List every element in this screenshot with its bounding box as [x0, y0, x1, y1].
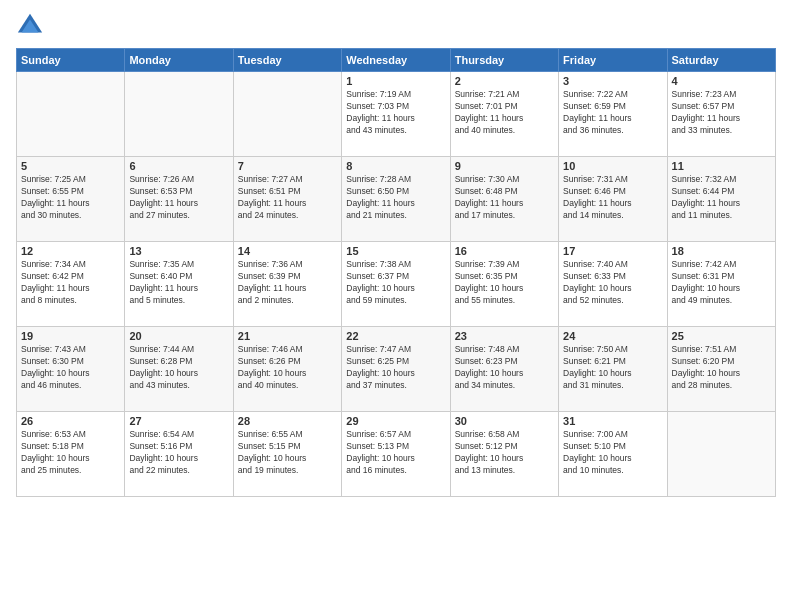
- day-info: Sunrise: 7:31 AM Sunset: 6:46 PM Dayligh…: [563, 174, 662, 222]
- day-info: Sunrise: 7:47 AM Sunset: 6:25 PM Dayligh…: [346, 344, 445, 392]
- calendar-week: 26Sunrise: 6:53 AM Sunset: 5:18 PM Dayli…: [17, 412, 776, 497]
- calendar-cell: 28Sunrise: 6:55 AM Sunset: 5:15 PM Dayli…: [233, 412, 341, 497]
- day-info: Sunrise: 6:58 AM Sunset: 5:12 PM Dayligh…: [455, 429, 554, 477]
- day-info: Sunrise: 7:36 AM Sunset: 6:39 PM Dayligh…: [238, 259, 337, 307]
- calendar-cell: 27Sunrise: 6:54 AM Sunset: 5:16 PM Dayli…: [125, 412, 233, 497]
- day-number: 28: [238, 415, 337, 427]
- day-number: 17: [563, 245, 662, 257]
- day-number: 10: [563, 160, 662, 172]
- weekday-header: Sunday: [17, 49, 125, 72]
- day-info: Sunrise: 7:22 AM Sunset: 6:59 PM Dayligh…: [563, 89, 662, 137]
- day-info: Sunrise: 7:32 AM Sunset: 6:44 PM Dayligh…: [672, 174, 771, 222]
- calendar-cell: 23Sunrise: 7:48 AM Sunset: 6:23 PM Dayli…: [450, 327, 558, 412]
- calendar-cell: [17, 72, 125, 157]
- day-info: Sunrise: 7:35 AM Sunset: 6:40 PM Dayligh…: [129, 259, 228, 307]
- calendar-cell: 9Sunrise: 7:30 AM Sunset: 6:48 PM Daylig…: [450, 157, 558, 242]
- day-number: 7: [238, 160, 337, 172]
- weekday-row: SundayMondayTuesdayWednesdayThursdayFrid…: [17, 49, 776, 72]
- calendar-cell: 20Sunrise: 7:44 AM Sunset: 6:28 PM Dayli…: [125, 327, 233, 412]
- logo-icon: [16, 12, 44, 40]
- day-number: 15: [346, 245, 445, 257]
- calendar-cell: 14Sunrise: 7:36 AM Sunset: 6:39 PM Dayli…: [233, 242, 341, 327]
- day-info: Sunrise: 7:19 AM Sunset: 7:03 PM Dayligh…: [346, 89, 445, 137]
- day-number: 8: [346, 160, 445, 172]
- calendar-cell: 2Sunrise: 7:21 AM Sunset: 7:01 PM Daylig…: [450, 72, 558, 157]
- calendar-body: 1Sunrise: 7:19 AM Sunset: 7:03 PM Daylig…: [17, 72, 776, 497]
- calendar-cell: 19Sunrise: 7:43 AM Sunset: 6:30 PM Dayli…: [17, 327, 125, 412]
- calendar-cell: 13Sunrise: 7:35 AM Sunset: 6:40 PM Dayli…: [125, 242, 233, 327]
- day-info: Sunrise: 7:43 AM Sunset: 6:30 PM Dayligh…: [21, 344, 120, 392]
- calendar-cell: 1Sunrise: 7:19 AM Sunset: 7:03 PM Daylig…: [342, 72, 450, 157]
- day-number: 22: [346, 330, 445, 342]
- weekday-header: Tuesday: [233, 49, 341, 72]
- day-info: Sunrise: 7:51 AM Sunset: 6:20 PM Dayligh…: [672, 344, 771, 392]
- day-info: Sunrise: 7:00 AM Sunset: 5:10 PM Dayligh…: [563, 429, 662, 477]
- day-info: Sunrise: 7:26 AM Sunset: 6:53 PM Dayligh…: [129, 174, 228, 222]
- day-number: 19: [21, 330, 120, 342]
- weekday-header: Wednesday: [342, 49, 450, 72]
- day-info: Sunrise: 7:42 AM Sunset: 6:31 PM Dayligh…: [672, 259, 771, 307]
- calendar-cell: [233, 72, 341, 157]
- day-number: 26: [21, 415, 120, 427]
- weekday-header: Monday: [125, 49, 233, 72]
- day-number: 31: [563, 415, 662, 427]
- calendar-cell: 25Sunrise: 7:51 AM Sunset: 6:20 PM Dayli…: [667, 327, 775, 412]
- day-info: Sunrise: 7:46 AM Sunset: 6:26 PM Dayligh…: [238, 344, 337, 392]
- day-number: 16: [455, 245, 554, 257]
- day-number: 2: [455, 75, 554, 87]
- day-number: 9: [455, 160, 554, 172]
- calendar-week: 5Sunrise: 7:25 AM Sunset: 6:55 PM Daylig…: [17, 157, 776, 242]
- calendar-cell: 26Sunrise: 6:53 AM Sunset: 5:18 PM Dayli…: [17, 412, 125, 497]
- day-number: 20: [129, 330, 228, 342]
- day-info: Sunrise: 7:44 AM Sunset: 6:28 PM Dayligh…: [129, 344, 228, 392]
- calendar-header: SundayMondayTuesdayWednesdayThursdayFrid…: [17, 49, 776, 72]
- day-number: 23: [455, 330, 554, 342]
- day-number: 30: [455, 415, 554, 427]
- calendar-cell: 5Sunrise: 7:25 AM Sunset: 6:55 PM Daylig…: [17, 157, 125, 242]
- calendar-cell: 8Sunrise: 7:28 AM Sunset: 6:50 PM Daylig…: [342, 157, 450, 242]
- day-info: Sunrise: 6:55 AM Sunset: 5:15 PM Dayligh…: [238, 429, 337, 477]
- day-number: 13: [129, 245, 228, 257]
- day-number: 11: [672, 160, 771, 172]
- day-info: Sunrise: 7:39 AM Sunset: 6:35 PM Dayligh…: [455, 259, 554, 307]
- day-number: 27: [129, 415, 228, 427]
- day-number: 4: [672, 75, 771, 87]
- header: [16, 12, 776, 40]
- day-number: 6: [129, 160, 228, 172]
- page: SundayMondayTuesdayWednesdayThursdayFrid…: [0, 0, 792, 612]
- day-info: Sunrise: 6:54 AM Sunset: 5:16 PM Dayligh…: [129, 429, 228, 477]
- day-number: 24: [563, 330, 662, 342]
- day-number: 21: [238, 330, 337, 342]
- calendar-week: 12Sunrise: 7:34 AM Sunset: 6:42 PM Dayli…: [17, 242, 776, 327]
- day-info: Sunrise: 7:40 AM Sunset: 6:33 PM Dayligh…: [563, 259, 662, 307]
- calendar-cell: [125, 72, 233, 157]
- day-number: 18: [672, 245, 771, 257]
- calendar-cell: 21Sunrise: 7:46 AM Sunset: 6:26 PM Dayli…: [233, 327, 341, 412]
- day-number: 29: [346, 415, 445, 427]
- calendar-cell: 6Sunrise: 7:26 AM Sunset: 6:53 PM Daylig…: [125, 157, 233, 242]
- weekday-header: Friday: [559, 49, 667, 72]
- calendar-cell: 4Sunrise: 7:23 AM Sunset: 6:57 PM Daylig…: [667, 72, 775, 157]
- weekday-header: Saturday: [667, 49, 775, 72]
- day-info: Sunrise: 7:27 AM Sunset: 6:51 PM Dayligh…: [238, 174, 337, 222]
- day-info: Sunrise: 7:48 AM Sunset: 6:23 PM Dayligh…: [455, 344, 554, 392]
- day-info: Sunrise: 7:30 AM Sunset: 6:48 PM Dayligh…: [455, 174, 554, 222]
- day-number: 12: [21, 245, 120, 257]
- day-number: 25: [672, 330, 771, 342]
- calendar-cell: 15Sunrise: 7:38 AM Sunset: 6:37 PM Dayli…: [342, 242, 450, 327]
- weekday-header: Thursday: [450, 49, 558, 72]
- calendar-cell: 16Sunrise: 7:39 AM Sunset: 6:35 PM Dayli…: [450, 242, 558, 327]
- day-info: Sunrise: 7:50 AM Sunset: 6:21 PM Dayligh…: [563, 344, 662, 392]
- day-number: 3: [563, 75, 662, 87]
- calendar-cell: 17Sunrise: 7:40 AM Sunset: 6:33 PM Dayli…: [559, 242, 667, 327]
- day-number: 1: [346, 75, 445, 87]
- calendar: SundayMondayTuesdayWednesdayThursdayFrid…: [16, 48, 776, 497]
- day-info: Sunrise: 7:28 AM Sunset: 6:50 PM Dayligh…: [346, 174, 445, 222]
- calendar-cell: [667, 412, 775, 497]
- logo: [16, 12, 48, 40]
- calendar-cell: 11Sunrise: 7:32 AM Sunset: 6:44 PM Dayli…: [667, 157, 775, 242]
- calendar-cell: 18Sunrise: 7:42 AM Sunset: 6:31 PM Dayli…: [667, 242, 775, 327]
- calendar-week: 19Sunrise: 7:43 AM Sunset: 6:30 PM Dayli…: [17, 327, 776, 412]
- calendar-cell: 3Sunrise: 7:22 AM Sunset: 6:59 PM Daylig…: [559, 72, 667, 157]
- calendar-cell: 30Sunrise: 6:58 AM Sunset: 5:12 PM Dayli…: [450, 412, 558, 497]
